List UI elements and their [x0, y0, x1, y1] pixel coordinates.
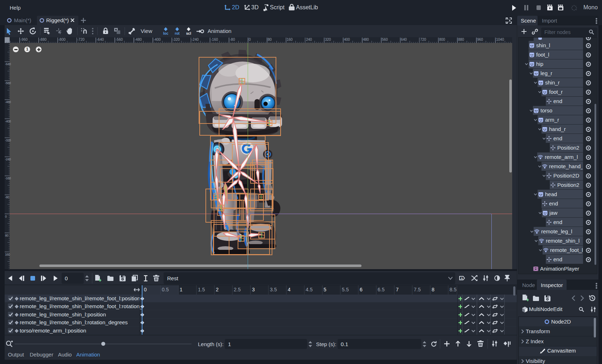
- svg-text:scl: scl: [186, 31, 191, 35]
- svg-text:A: A: [461, 277, 463, 280]
- svg-text:loc: loc: [163, 31, 169, 35]
- svg-text:rot: rot: [175, 31, 180, 35]
